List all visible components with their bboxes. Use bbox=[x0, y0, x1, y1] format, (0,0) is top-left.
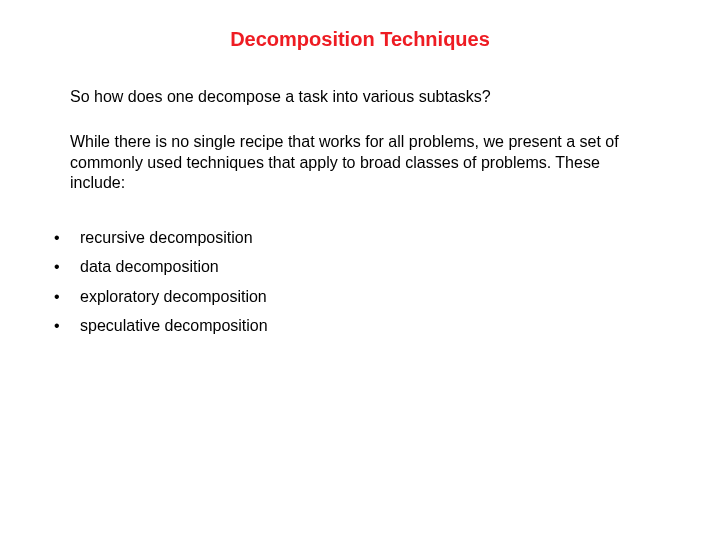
list-item: • recursive decomposition bbox=[50, 228, 670, 247]
bullet-text: exploratory decomposition bbox=[80, 287, 670, 306]
bullet-text: speculative decomposition bbox=[80, 316, 670, 335]
bullet-icon: • bbox=[50, 287, 80, 306]
list-item: • exploratory decomposition bbox=[50, 287, 670, 306]
slide-title: Decomposition Techniques bbox=[130, 28, 590, 51]
intro-block: So how does one decompose a task into va… bbox=[70, 87, 630, 194]
bullet-icon: • bbox=[50, 228, 80, 247]
bullet-list: • recursive decomposition • data decompo… bbox=[50, 228, 670, 335]
bullet-icon: • bbox=[50, 316, 80, 335]
bullet-text: recursive decomposition bbox=[80, 228, 670, 247]
list-item: • speculative decomposition bbox=[50, 316, 670, 335]
bullet-icon: • bbox=[50, 257, 80, 276]
intro-paragraph-1: So how does one decompose a task into va… bbox=[70, 87, 630, 108]
intro-paragraph-2: While there is no single recipe that wor… bbox=[70, 132, 630, 194]
bullet-text: data decomposition bbox=[80, 257, 670, 276]
list-item: • data decomposition bbox=[50, 257, 670, 276]
